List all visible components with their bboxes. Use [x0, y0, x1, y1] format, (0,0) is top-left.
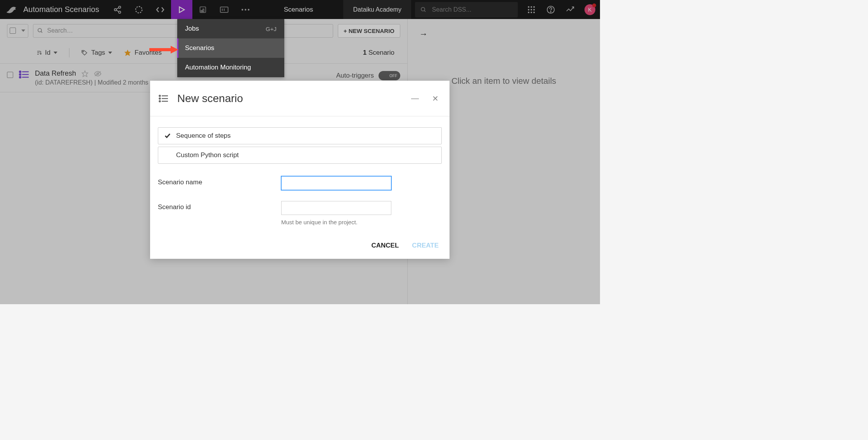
menu-item-jobs[interactable]: Jobs G+J — [177, 19, 284, 38]
svg-marker-49 — [171, 46, 178, 54]
option-sequence-of-steps[interactable]: Sequence of steps — [158, 127, 442, 144]
scenario-id-input[interactable] — [281, 201, 391, 215]
svg-point-50 — [159, 95, 161, 96]
menu-item-automation-monitoring[interactable]: Automation Monitoring — [177, 58, 284, 77]
modal-footer: CANCEL CREATE — [150, 235, 450, 259]
svg-point-54 — [159, 100, 161, 102]
annotation-arrow-icon — [149, 46, 178, 54]
list-icon — [159, 95, 169, 102]
scenario-name-input[interactable] — [281, 176, 391, 190]
minimize-button[interactable]: — — [409, 94, 421, 103]
modal-header: New scenario — ✕ — [150, 81, 450, 116]
create-button[interactable]: CREATE — [412, 242, 439, 249]
close-button[interactable]: ✕ — [429, 94, 441, 103]
menu-item-scenarios[interactable]: Scenarios — [177, 38, 284, 58]
cancel-button[interactable]: CANCEL — [372, 242, 399, 249]
svg-point-52 — [159, 98, 161, 99]
new-scenario-modal: New scenario — ✕ Sequence of steps Custo… — [150, 81, 450, 259]
check-icon — [164, 133, 171, 139]
scenario-id-label: Scenario id — [158, 201, 281, 211]
scenario-id-hint: Must be unique in the project. — [281, 219, 391, 225]
scenario-name-label: Scenario name — [158, 176, 281, 186]
jobs-dropdown-menu: Jobs G+J Scenarios Automation Monitoring — [177, 19, 284, 77]
modal-title: New scenario — [177, 92, 401, 105]
modal-body: Sequence of steps Custom Python script S… — [150, 116, 450, 235]
option-custom-python[interactable]: Custom Python script — [158, 147, 442, 164]
